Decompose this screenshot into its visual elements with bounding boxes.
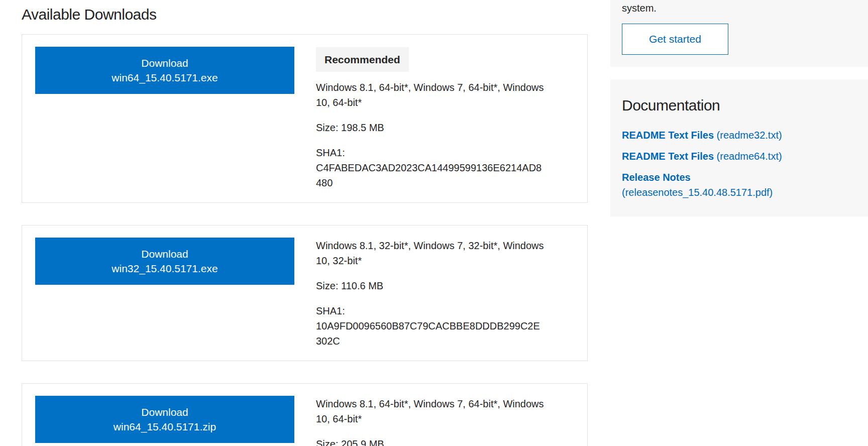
sha1-checksum: SHA1:10A9FD0096560B87C79CACBBE8DDDB299C2…	[316, 303, 545, 349]
download-card-win64-exe: Download win64_15.40.5171.exe Recommende…	[22, 34, 588, 203]
doc-link-title: README Text Files	[622, 130, 714, 141]
doc-link-title: README Text Files	[622, 151, 714, 162]
file-size-text: Size: 110.6 MB	[316, 278, 545, 293]
download-button-filename: win64_15.40.5171.exe	[112, 70, 218, 85]
download-button-win64-zip[interactable]: Download win64_15.40.5171.zip	[35, 396, 294, 443]
doc-link-filename: (readme32.txt)	[717, 130, 782, 141]
download-button-filename: win32_15.40.5171.exe	[112, 261, 218, 276]
sha1-value: C4FABEDAC3AD2023CA14499599136E6214AD8480	[316, 160, 545, 190]
file-size-text: Size: 198.5 MB	[316, 120, 545, 135]
sha1-value: 10A9FD0096560B87C79CACBBE8DDDB299C2E302C	[316, 318, 545, 349]
sha1-label: SHA1:	[316, 147, 345, 158]
download-button-win32-exe[interactable]: Download win32_15.40.5171.exe	[35, 238, 294, 285]
download-button-label: Download	[141, 405, 188, 419]
documentation-heading: Documentation	[622, 96, 833, 115]
available-downloads-section: Available Downloads Download win64_15.40…	[22, 5, 588, 446]
download-button-filename: win64_15.40.5171.zip	[114, 419, 216, 434]
sha1-checksum: SHA1:C4FABEDAC3AD2023CA14499599136E6214A…	[316, 145, 545, 190]
doc-link-filename: (releasenotes_15.40.48.5171.pdf)	[622, 187, 773, 198]
download-card-win64-zip: Download win64_15.40.5171.zip Windows 8.…	[22, 383, 588, 446]
download-details: Windows 8.1, 64-bit*, Windows 7, 64-bit*…	[316, 396, 545, 446]
os-support-text: Windows 8.1, 64-bit*, Windows 7, 64-bit*…	[316, 396, 545, 426]
documentation-panel: Documentation README Text Files (readme3…	[610, 79, 868, 216]
file-size-text: Size: 205.9 MB	[316, 436, 545, 446]
doc-link-readme64[interactable]: README Text Files (readme64.txt)	[622, 149, 833, 164]
doc-link-filename: (readme64.txt)	[717, 151, 782, 162]
get-started-panel: system. Get started	[610, 0, 868, 67]
os-support-text: Windows 8.1, 64-bit*, Windows 7, 64-bit*…	[316, 80, 545, 110]
page-title: Available Downloads	[22, 5, 588, 24]
doc-link-readme32[interactable]: README Text Files (readme32.txt)	[622, 128, 833, 143]
get-started-button[interactable]: Get started	[622, 24, 728, 55]
download-button-label: Download	[141, 247, 188, 261]
doc-link-title: Release Notes	[622, 172, 691, 183]
download-button-win64-exe[interactable]: Download win64_15.40.5171.exe	[35, 47, 294, 94]
download-card-win32-exe: Download win32_15.40.5171.exe Windows 8.…	[22, 225, 588, 361]
download-details: Windows 8.1, 32-bit*, Windows 7, 32-bit*…	[316, 238, 545, 349]
sha1-label: SHA1:	[316, 305, 345, 316]
os-support-text: Windows 8.1, 32-bit*, Windows 7, 32-bit*…	[316, 238, 545, 268]
download-button-label: Download	[141, 56, 188, 70]
intro-text-fragment: system.	[622, 1, 838, 15]
download-details: Recommended Windows 8.1, 64-bit*, Window…	[316, 47, 545, 190]
doc-link-release-notes[interactable]: Release Notes (releasenotes_15.40.48.517…	[622, 170, 833, 200]
recommended-badge: Recommended	[316, 47, 409, 72]
